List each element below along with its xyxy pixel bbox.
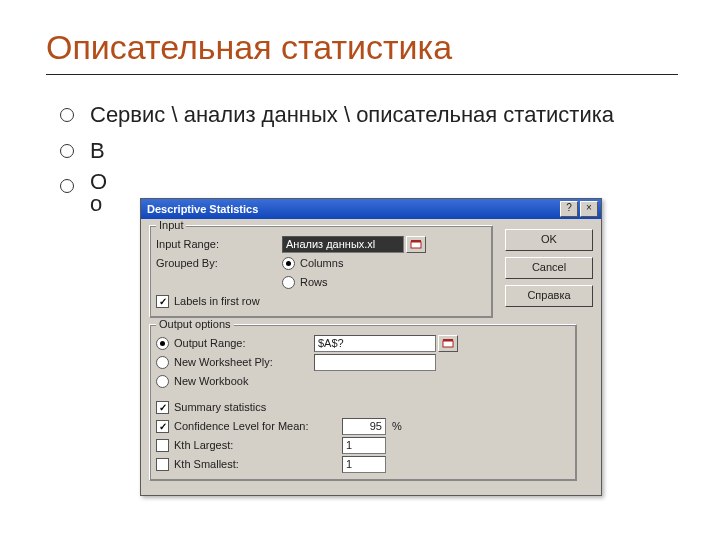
confidence-level-unit: % bbox=[392, 420, 402, 432]
ok-button[interactable]: OK bbox=[505, 229, 593, 251]
new-workbook-label: New Workbook bbox=[174, 375, 248, 387]
grouped-by-label: Grouped By: bbox=[156, 257, 282, 269]
confidence-level-field[interactable]: 95 bbox=[342, 418, 386, 435]
input-group: Input Input Range: Анализ данных.xl Grou… bbox=[149, 225, 493, 318]
cancel-button[interactable]: Cancel bbox=[505, 257, 593, 279]
kth-smallest-field[interactable]: 1 bbox=[342, 456, 386, 473]
grouped-columns-label: Columns bbox=[300, 257, 343, 269]
help-button[interactable]: Справка bbox=[505, 285, 593, 307]
title-underline bbox=[46, 74, 678, 75]
summary-statistics-checkbox[interactable] bbox=[156, 401, 169, 414]
descriptive-statistics-dialog: Descriptive Statistics ? × OK Cancel Спр… bbox=[140, 198, 602, 496]
grouped-columns-radio[interactable] bbox=[282, 257, 295, 270]
confidence-level-label: Confidence Level for Mean: bbox=[174, 420, 342, 432]
dialog-button-column: OK Cancel Справка bbox=[505, 229, 593, 307]
bullet-icon bbox=[60, 108, 74, 122]
range-selector-icon bbox=[442, 338, 454, 348]
confidence-level-checkbox[interactable] bbox=[156, 420, 169, 433]
new-workbook-radio[interactable] bbox=[156, 375, 169, 388]
bullet-item: Сервис \ анализ данных \ описательная ст… bbox=[60, 100, 614, 130]
summary-statistics-label: Summary statistics bbox=[174, 401, 266, 413]
new-worksheet-radio[interactable] bbox=[156, 356, 169, 369]
grouped-rows-label: Rows bbox=[300, 276, 328, 288]
dialog-titlebar[interactable]: Descriptive Statistics ? × bbox=[141, 199, 601, 219]
output-group: Output options Output Range: $A$? New Wo… bbox=[149, 324, 577, 481]
svg-rect-0 bbox=[411, 242, 421, 248]
input-group-title: Input bbox=[156, 219, 186, 231]
bullet-item: В bbox=[60, 136, 614, 166]
output-range-field[interactable]: $A$? bbox=[314, 335, 436, 352]
bullet-icon bbox=[60, 179, 74, 193]
kth-smallest-label: Kth Smallest: bbox=[174, 458, 342, 470]
output-group-title: Output options bbox=[156, 318, 234, 330]
kth-largest-field[interactable]: 1 bbox=[342, 437, 386, 454]
bullet-text: В bbox=[90, 136, 105, 166]
labels-first-row-label: Labels in first row bbox=[174, 295, 260, 307]
svg-rect-3 bbox=[443, 339, 453, 341]
new-worksheet-field[interactable] bbox=[314, 354, 436, 371]
new-worksheet-label: New Worksheet Ply: bbox=[174, 356, 314, 368]
input-range-field[interactable]: Анализ данных.xl bbox=[282, 236, 404, 253]
labels-first-row-checkbox[interactable] bbox=[156, 295, 169, 308]
output-range-ref-button[interactable] bbox=[438, 335, 458, 352]
input-range-ref-button[interactable] bbox=[406, 236, 426, 253]
range-selector-icon bbox=[410, 239, 422, 249]
output-range-label: Output Range: bbox=[174, 337, 314, 349]
svg-rect-1 bbox=[411, 240, 421, 242]
grouped-rows-radio[interactable] bbox=[282, 276, 295, 289]
dialog-title: Descriptive Statistics bbox=[144, 203, 258, 215]
output-range-radio[interactable] bbox=[156, 337, 169, 350]
titlebar-close-button[interactable]: × bbox=[580, 201, 598, 217]
kth-largest-label: Kth Largest: bbox=[174, 439, 342, 451]
bullet-text: о bbox=[90, 191, 102, 216]
bullet-text: Сервис \ анализ данных \ описательная ст… bbox=[90, 100, 614, 130]
kth-largest-checkbox[interactable] bbox=[156, 439, 169, 452]
titlebar-help-button[interactable]: ? bbox=[560, 201, 578, 217]
svg-rect-2 bbox=[443, 341, 453, 347]
kth-smallest-checkbox[interactable] bbox=[156, 458, 169, 471]
slide-title: Описательная статистика bbox=[46, 28, 452, 67]
slide: Описательная статистика Сервис \ анализ … bbox=[0, 0, 720, 540]
input-range-label: Input Range: bbox=[156, 238, 282, 250]
bullet-icon bbox=[60, 144, 74, 158]
